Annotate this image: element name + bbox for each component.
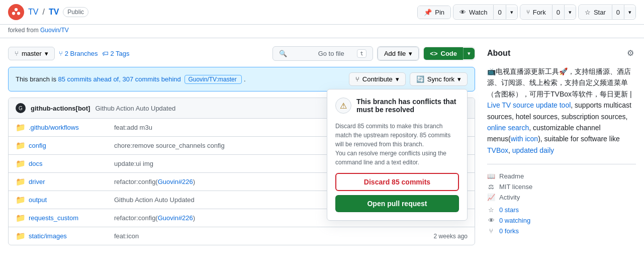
right-panel: About ⚙ 📺电视直播源更新工具🚀，支持组播源、酒店源、订阅源、线上检索，支… <box>487 46 636 245</box>
star-icon: ☆ <box>585 9 591 16</box>
repo-stats: ☆ 0 stars 👁 0 watching ⑂ 0 forks <box>487 206 636 235</box>
fork-stat-icon: ⑂ <box>487 227 495 235</box>
commit-ref-link[interactable]: Guovin#226 <box>158 214 193 222</box>
scale-icon: ⚖ <box>487 183 495 191</box>
sync-fork-button[interactable]: 🔄 Sync fork ▾ <box>410 72 468 86</box>
pin-button[interactable]: 📌 Pin <box>418 6 450 19</box>
file-time: 2 weeks ago <box>434 233 468 240</box>
about-desc-link[interactable]: Live TV source update tool <box>487 101 571 109</box>
fork-icon: ⑂ <box>526 9 530 16</box>
commit-message: Github Action Auto Updated <box>95 105 175 112</box>
watch-count: 0 <box>494 6 505 19</box>
dropdown-description: Discard 85 commits to make this branch m… <box>335 122 459 149</box>
sync-fork-container: 🔄 Sync fork ▾ ⚠ This branch has conflict… <box>410 72 468 86</box>
eye-icon: 👁 <box>459 9 466 16</box>
commit-bar-actions: ⑂ Contribute ▾ 🔄 Sync fork ▾ ⚠ <box>349 72 468 86</box>
repo-name-link[interactable]: TV <box>49 8 59 17</box>
commit-ref-link[interactable]: Guovin#226 <box>158 178 193 185</box>
star-button[interactable]: ☆ Star <box>579 6 612 19</box>
code-button[interactable]: <> Code <box>424 47 463 60</box>
sync-icon: 🔄 <box>416 75 424 83</box>
about-description: 📺电视直播源更新工具🚀，支持组播源、酒店源、订阅源、线上检索，支持自定义频道菜单… <box>487 66 636 156</box>
file-name-link[interactable]: output <box>29 196 109 204</box>
about-links: 📖 Readme ⚖ MIT license 📈 Activity <box>487 172 636 201</box>
svg-point-0 <box>15 8 18 11</box>
tags-link[interactable]: 🏷 2 Tags <box>102 50 130 57</box>
contribute-icon: ⑂ <box>355 75 359 83</box>
contribute-chevron-icon: ▾ <box>396 75 399 83</box>
folder-icon: 📁 <box>16 195 24 205</box>
commit-author-avatar: G <box>16 103 26 113</box>
add-file-button[interactable]: Add file ▾ <box>378 47 419 60</box>
watch-button-group: 👁 Watch 0 ▾ <box>453 5 518 20</box>
folder-icon: 📁 <box>16 231 24 241</box>
ahead-commits-link[interactable]: 85 commits ahead of, <box>58 75 123 83</box>
search-icon: 🔍 <box>279 50 315 57</box>
star-dropdown-arrow[interactable]: ▾ <box>624 7 635 18</box>
add-file-chevron-icon: ▾ <box>409 50 412 57</box>
page-header: TV / TV Public 📌 Pin 👁 Watch 0 ▾ ⑂ Fo <box>0 0 644 25</box>
activity-link[interactable]: 📈 Activity <box>487 194 636 201</box>
open-pull-request-button[interactable]: Open pull request <box>335 195 459 212</box>
file-commit-message: feat:icon <box>114 232 429 240</box>
fork-dropdown-arrow[interactable]: ▾ <box>565 7 576 18</box>
sync-fork-chevron-icon: ▾ <box>457 75 461 83</box>
forked-from-link[interactable]: Guovin/TV <box>40 27 69 34</box>
repo-logo <box>8 4 24 20</box>
upstream-branch-link[interactable]: Guovin/TV:master <box>185 75 242 84</box>
star-button-group: ☆ Star 0 ▾ <box>578 5 636 20</box>
file-name-link[interactable]: docs <box>29 160 109 167</box>
watch-button[interactable]: 👁 Watch <box>453 6 493 19</box>
watch-dropdown-arrow[interactable]: ▾ <box>506 7 517 18</box>
folder-icon: 📁 <box>16 177 24 187</box>
branch-chevron-icon: ▾ <box>45 50 48 57</box>
dropdown-header: ⚠ This branch has conflicts that must be… <box>335 98 459 116</box>
fork-button[interactable]: ⑂ Fork <box>520 6 552 19</box>
fork-button-group: ⑂ Fork 0 ▾ <box>520 5 576 20</box>
file-name-link[interactable]: .github/workflows <box>29 124 109 131</box>
about-settings-button[interactable]: ⚙ <box>625 46 636 60</box>
contribute-button[interactable]: ⑂ Contribute ▾ <box>349 72 406 86</box>
about-desc-link2[interactable]: online search <box>487 124 529 132</box>
about-desc-link5[interactable]: updated daily <box>512 146 554 154</box>
code-dropdown-arrow[interactable]: ▾ <box>463 48 475 59</box>
add-file-group: Add file ▾ <box>377 46 419 61</box>
license-link[interactable]: ⚖ MIT license <box>487 183 636 191</box>
watching-stat[interactable]: 👁 0 watching <box>487 217 636 224</box>
file-name-link[interactable]: config <box>29 142 109 149</box>
commit-bar-text: This branch is 85 commits ahead of, 307 … <box>16 75 246 83</box>
commit-author-name: github-actions[bot] <box>31 105 90 112</box>
stars-stat[interactable]: ☆ 0 stars <box>487 206 636 214</box>
file-name-link[interactable]: driver <box>29 178 109 185</box>
behind-commits-link[interactable]: 307 commits behind <box>122 75 180 83</box>
folder-icon: 📁 <box>16 159 24 168</box>
file-name-link[interactable]: requests_custom <box>29 214 109 222</box>
dropdown-title: This branch has conflicts that must be r… <box>356 98 459 114</box>
folder-icon: 📁 <box>16 213 24 223</box>
branches-link[interactable]: ⑂ 2 Branches <box>59 50 98 57</box>
watching-count: 0 watching <box>499 217 530 224</box>
repo-owner-link[interactable]: TV <box>28 8 38 17</box>
branch-selector[interactable]: ⑂ master ▾ <box>8 47 55 60</box>
folder-icon: 📁 <box>16 123 24 132</box>
file-search-box[interactable]: 🔍 Go to file t <box>272 46 373 61</box>
pin-button-group: 📌 Pin <box>417 6 451 19</box>
about-desc-link4[interactable]: TVBox <box>487 146 508 154</box>
about-title: About <box>487 49 510 58</box>
table-row: 📁 static/images feat:icon 2 weeks ago <box>9 227 475 245</box>
about-divider <box>487 164 636 164</box>
dropdown-title-block: This branch has conflicts that must be r… <box>356 98 459 116</box>
readme-link[interactable]: 📖 Readme <box>487 172 636 180</box>
book-icon: 📖 <box>487 172 495 180</box>
file-name-link[interactable]: static/images <box>29 232 109 240</box>
activity-icon: 📈 <box>487 194 495 201</box>
discard-commits-button[interactable]: Discard 85 commits <box>335 173 459 191</box>
activity-link-label: Activity <box>499 194 520 201</box>
header-actions: 📌 Pin 👁 Watch 0 ▾ ⑂ Fork 0 ▾ <box>417 5 636 20</box>
about-desc-link3[interactable]: with icon <box>511 135 538 143</box>
visibility-badge: Public <box>63 7 88 17</box>
license-link-label: MIT license <box>499 183 532 191</box>
forks-stat[interactable]: ⑂ 0 forks <box>487 227 636 235</box>
sync-fork-dropdown: ⚠ This branch has conflicts that must be… <box>327 89 468 221</box>
main-content: ⑂ master ▾ ⑂ 2 Branches 🏷 2 Tags 🔍 Go to… <box>0 38 644 253</box>
